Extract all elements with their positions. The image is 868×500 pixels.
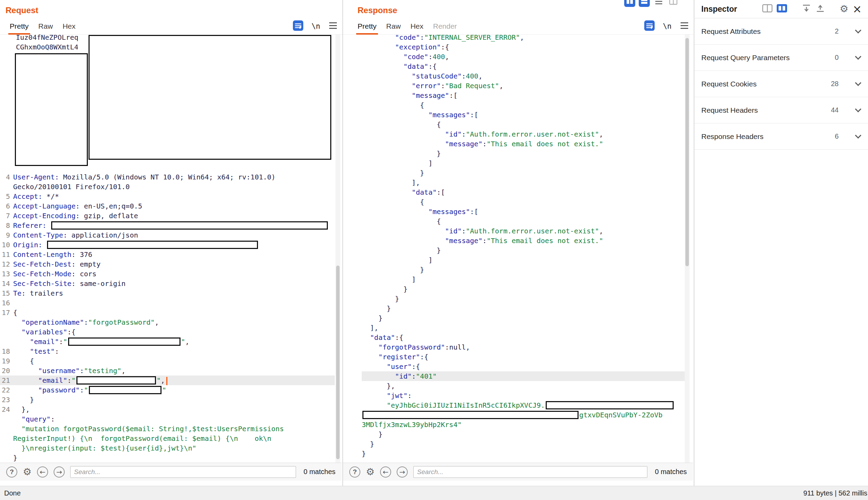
code-line: "id":"Auth.form.error.user.not-exist", [362,129,686,139]
scrollbar-thumb[interactable] [685,38,689,266]
redaction-box [51,221,328,230]
newline-toggle-icon[interactable]: \n [663,22,672,30]
grid-layout-icon[interactable] [668,0,679,7]
code-line: ] [362,158,686,168]
collapse-all-icon[interactable] [802,3,811,15]
response-viewer[interactable]: "code":"INTERNAL_SERVER_ERROR", "excepti… [343,35,693,463]
code-line: } [362,149,686,158]
next-match-button[interactable]: → [397,466,408,478]
tab-hex[interactable]: Hex [58,18,80,34]
code-line: ] [362,255,686,265]
code-line: 14Sec-Fetch-Site: same-origin [0,279,335,288]
section-label: Request Attributes [701,27,761,36]
expand-all-icon[interactable] [815,3,825,15]
section-count: 0 [823,54,839,62]
request-editor-tools: \n [293,20,338,32]
split-pane-view-icon[interactable] [777,4,787,14]
code-line: 4User-Agent: Mozilla/5.0 (Windows NT 10.… [0,172,335,182]
code-line: } [362,449,686,459]
request-editor[interactable]: Iuz04fNeZPOLreqCGhxmOoQ8WXmtL4 4User-Age… [0,35,342,463]
tab-pretty[interactable]: Pretty [353,18,381,34]
newline-toggle-icon[interactable]: \n [312,22,320,30]
code-line: "id":"401" [362,371,686,381]
code-line: 12Sec-Fetch-Dest: empty [0,259,335,269]
chevron-down-icon [855,132,861,138]
code-line: 17{ [0,308,335,317]
response-scrollbar[interactable] [685,35,690,463]
line-number: 10 [0,240,13,250]
menu-icon[interactable] [680,22,689,31]
tabs-layout-icon[interactable] [653,0,664,7]
columns-layout-icon[interactable] [624,0,635,7]
chevron-down-icon [855,80,861,86]
word-wrap-icon[interactable] [293,20,303,32]
response-search-bar: ? ⚙ ← → 0 matches [343,463,693,481]
code-line: } [362,429,686,439]
code-line: "forgotPassword":null, [362,342,686,352]
response-panel: Response Pretty Raw Hex Render \n "code"… [343,0,694,486]
request-code: 4User-Agent: Mozilla/5.0 (Windows NT 10.… [0,172,335,463]
menu-icon[interactable] [329,22,338,31]
inspector-settings-gear-icon[interactable]: ⚙ [840,4,848,14]
line-number: 17 [0,308,13,317]
request-scrollbar[interactable] [335,35,340,463]
search-settings-gear-icon[interactable]: ⚙ [366,467,375,477]
response-editor-tools: \n [644,20,689,32]
code-line: 5Accept: */* [0,192,335,201]
code-line: 15Te: trailers [0,288,335,298]
code-line: "variables":{ [0,327,335,337]
prev-match-button[interactable]: ← [380,466,391,478]
search-input[interactable] [70,466,296,478]
line-number: 9 [0,230,13,240]
inspector-section-request-headers[interactable]: Request Headers 44 [694,97,868,123]
help-icon[interactable]: ? [6,466,17,478]
inspector-section-response-headers[interactable]: Response Headers 6 [694,123,868,150]
search-settings-gear-icon[interactable]: ⚙ [23,467,31,477]
code-line: "code":"INTERNAL_SERVER_ERROR", [362,35,686,42]
redaction-box [362,411,579,419]
word-wrap-icon[interactable] [644,20,655,32]
chevron-down-icon [855,27,861,33]
inspector-header: Inspector ⚙ × [694,0,868,18]
line-number: 5 [0,192,13,201]
code-line: 6Accept-Language: en-US,en;q=0.5 [0,201,335,211]
code-line: }, [362,381,686,391]
line-number: 12 [0,259,13,269]
inspector-section-request-query-parameters[interactable]: Request Query Parameters 0 [694,45,868,71]
line-number: 20 [0,366,13,376]
burp-message-editor-window: Request Pretty Raw Hex \n Iuz04fNeZPOLre… [0,0,868,500]
help-icon[interactable]: ? [349,466,360,478]
tab-raw[interactable]: Raw [381,18,406,34]
rows-layout-icon[interactable] [639,0,650,7]
code-line: } [362,313,686,323]
inspector-section-request-attributes[interactable]: Request Attributes 2 [694,18,868,45]
request-panel-title: Request [6,6,38,15]
single-pane-view-icon[interactable] [762,4,773,14]
code-line: "email":"", [0,337,335,346]
close-icon[interactable]: × [852,3,862,15]
inspector-section-request-cookies[interactable]: Request Cookies 28 [694,71,868,97]
code-line: gtxvDEqnSVuPbY-2ZoVb [362,410,686,420]
tab-raw[interactable]: Raw [34,18,58,34]
code-line: "statusCode":400, [362,71,686,81]
match-count: 0 matches [655,468,687,476]
tab-pretty[interactable]: Pretty [5,18,34,34]
tab-hex[interactable]: Hex [406,18,428,34]
redaction-box [89,35,331,160]
code-line: "mutation forgotPassword($email: String!… [0,424,335,434]
scrollbar-thumb[interactable] [336,266,340,459]
prev-match-button[interactable]: ← [37,466,48,478]
code-line: "messages":[ [362,110,686,120]
next-match-button[interactable]: → [54,466,65,478]
redaction-box [47,241,258,249]
line-number: 23 [0,395,13,405]
inspector-panel: Inspector ⚙ × Request Attributes 2 [694,0,868,486]
code-line: "message":"This email does not exist." [362,139,686,149]
code-line: "data":{ [362,62,686,71]
redaction-box [546,401,674,409]
code-line: }\nregister(input: $test){user{id},jwt}\… [0,443,335,453]
code-line: } [0,453,335,463]
line-number: 7 [0,211,13,221]
section-count: 44 [823,106,839,114]
search-input[interactable] [413,466,647,478]
